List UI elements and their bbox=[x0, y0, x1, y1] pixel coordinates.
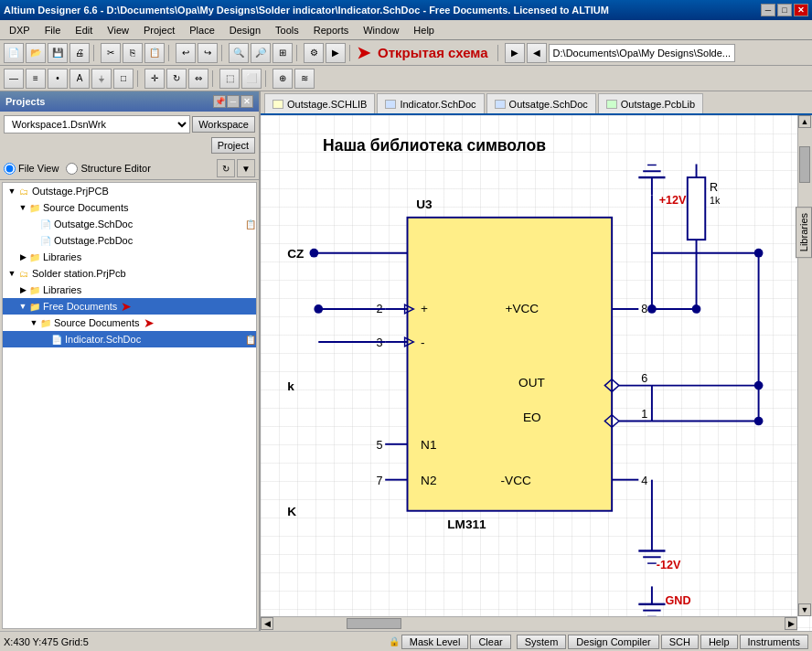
help-button[interactable]: Help bbox=[700, 635, 738, 649]
maximize-button[interactable]: □ bbox=[777, 4, 792, 16]
panel-min-button[interactable]: ─ bbox=[227, 95, 240, 108]
toolbar-rotate[interactable]: ↻ bbox=[166, 69, 187, 89]
toolbar-paste[interactable]: 📋 bbox=[144, 43, 165, 63]
pin1-num: 1 bbox=[641, 408, 647, 421]
toolbar-power[interactable]: ⏚ bbox=[91, 69, 112, 89]
tree-item-libraries-2[interactable]: ▶ 📁 Libraries bbox=[3, 282, 256, 298]
tab-outsatge-schdoc[interactable]: Outsatge.SchDoc bbox=[486, 93, 596, 113]
horizontal-scrollbar[interactable]: ◀ ▶ bbox=[261, 616, 797, 631]
sch-button[interactable]: SCH bbox=[661, 635, 699, 649]
tab-outstage-pcblib[interactable]: Outstage.PcbLib bbox=[598, 93, 703, 113]
panel-pin-button[interactable]: 📌 bbox=[213, 95, 226, 108]
toolbar-back[interactable]: ◀ bbox=[527, 43, 547, 63]
design-compiler-button[interactable]: Design Compiler bbox=[568, 635, 658, 649]
tab-icon-outsatge bbox=[495, 100, 506, 109]
tree-item-indicator-schdoc[interactable]: 📄 Indicator.SchDoc 📋 bbox=[3, 331, 256, 347]
toolbar-cut[interactable]: ✂ bbox=[101, 43, 121, 63]
toolbar-undo[interactable]: ↩ bbox=[176, 43, 196, 63]
toolbar-compile[interactable]: ⚙ bbox=[304, 43, 324, 63]
toolbar-junction[interactable]: • bbox=[48, 69, 68, 89]
toolbar-zoom-in[interactable]: 🔍 bbox=[229, 43, 249, 63]
file-view-option[interactable]: File View bbox=[4, 163, 59, 175]
project-button[interactable]: Project bbox=[211, 137, 255, 154]
schematic-canvas[interactable]: Наша библиотека символов CZ k K U3 bbox=[261, 115, 812, 631]
tree-item-source-docs-1[interactable]: ▼ 📁 Source Documents bbox=[3, 199, 256, 216]
expand-source-docs-2[interactable]: ▼ bbox=[28, 318, 39, 327]
scroll-right-btn[interactable]: ▶ bbox=[785, 617, 797, 630]
structure-editor-option[interactable]: Structure Editor bbox=[66, 163, 150, 175]
scroll-thumb-h[interactable] bbox=[347, 618, 401, 629]
tree-item-outstage-prjpcb[interactable]: ▼ 🗂 Outstage.PrjPCB bbox=[3, 183, 256, 199]
toolbar-fit[interactable]: ⊞ bbox=[272, 43, 293, 63]
view-refresh-button[interactable]: ↻ bbox=[217, 159, 235, 177]
toolbar-path-browse[interactable]: ▶ bbox=[505, 43, 525, 63]
toolbar-component[interactable]: □ bbox=[113, 69, 134, 89]
toolbar-bus[interactable]: ≡ bbox=[26, 69, 46, 89]
minimize-button[interactable]: ─ bbox=[761, 4, 775, 16]
toolbar-copy[interactable]: ⎘ bbox=[123, 43, 143, 63]
expand-source-docs-1[interactable]: ▼ bbox=[17, 203, 28, 212]
menu-help[interactable]: Help bbox=[406, 23, 442, 37]
menu-dxp[interactable]: DXP bbox=[2, 23, 37, 37]
toolbar-main: 📄 📂 💾 🖨 ✂ ⎘ 📋 ↩ ↪ 🔍 🔎 ⊞ ⚙ ▶ ➤ Открытая с… bbox=[0, 40, 812, 66]
toolbar-redo[interactable]: ↪ bbox=[198, 43, 218, 63]
menu-tools[interactable]: Tools bbox=[268, 23, 306, 37]
toolbar-schematic: — ≡ • A ⏚ □ ✛ ↻ ⇔ ⬚ ⬜ ⊕ ≋ bbox=[0, 66, 812, 91]
expand-solder[interactable]: ▼ bbox=[6, 269, 17, 278]
view-config-button[interactable]: ▼ bbox=[237, 159, 255, 177]
toolbar-open[interactable]: 📂 bbox=[26, 43, 46, 63]
toolbar-build[interactable]: ▶ bbox=[326, 43, 346, 63]
tree-item-outsatge-schdoc[interactable]: 📄 Outsatge.SchDoc 📋 bbox=[3, 216, 256, 232]
toolbar-deselect[interactable]: ⬜ bbox=[241, 69, 262, 89]
tree-item-free-docs[interactable]: ▼ 📁 Free Documents ➤ bbox=[3, 298, 256, 315]
scroll-up-btn[interactable]: ▲ bbox=[798, 115, 811, 128]
instruments-button[interactable]: Instruments bbox=[740, 635, 808, 649]
system-button[interactable]: System bbox=[517, 635, 567, 649]
tree-item-libraries-1[interactable]: ▶ 📁 Libraries bbox=[3, 249, 256, 265]
menu-window[interactable]: Window bbox=[356, 23, 406, 37]
workspace-dropdown[interactable]: Workspace1.DsnWrk bbox=[4, 115, 190, 133]
toolbar-print[interactable]: 🖨 bbox=[69, 43, 90, 63]
scroll-track-h bbox=[273, 617, 785, 631]
scroll-thumb-v[interactable] bbox=[799, 146, 810, 183]
tab-indicator-schdoc[interactable]: Indicator.SchDoc bbox=[377, 93, 484, 113]
expand-outstage[interactable]: ▼ bbox=[6, 187, 17, 196]
menu-bar: DXP File Edit View Project Place Design … bbox=[0, 20, 812, 40]
libraries-panel-tab[interactable]: Libraries bbox=[796, 207, 812, 258]
scroll-left-btn[interactable]: ◀ bbox=[261, 617, 273, 630]
vertical-scrollbar[interactable]: ▲ ▼ bbox=[797, 115, 812, 616]
structure-editor-radio[interactable] bbox=[66, 163, 78, 175]
toolbar-zoom-out[interactable]: 🔎 bbox=[251, 43, 271, 63]
toolbar-wire[interactable]: — bbox=[4, 69, 24, 89]
expand-libs-1[interactable]: ▶ bbox=[17, 252, 28, 261]
panel-close-button[interactable]: ✕ bbox=[240, 95, 253, 108]
menu-project[interactable]: Project bbox=[136, 23, 182, 37]
toolbar-save[interactable]: 💾 bbox=[48, 43, 68, 63]
toolbar-move[interactable]: ✛ bbox=[144, 69, 165, 89]
toolbar-new[interactable]: 📄 bbox=[4, 43, 24, 63]
mask-level-button[interactable]: Mask Level bbox=[401, 635, 469, 649]
close-button[interactable]: ✕ bbox=[794, 4, 808, 16]
tree-item-outstage-pcbdoc[interactable]: 📄 Outstage.PcbDoc bbox=[3, 232, 256, 249]
tab-outstage-schlib[interactable]: Outstage.SCHLIB bbox=[264, 93, 375, 113]
tree-item-solder-prjpcb[interactable]: ▼ 🗂 Solder station.PrjPcb bbox=[3, 265, 256, 282]
toolbar-cross-probe[interactable]: ⊕ bbox=[272, 69, 293, 89]
expand-libs-2[interactable]: ▶ bbox=[17, 285, 28, 294]
tree-item-source-docs-2[interactable]: ▼ 📁 Source Documents ➤ bbox=[3, 315, 256, 331]
status-right-area: 🔒 Mask Level Clear System Design Compile… bbox=[389, 635, 808, 649]
menu-view[interactable]: View bbox=[100, 23, 136, 37]
workspace-button[interactable]: Workspace bbox=[192, 116, 255, 133]
toolbar-netlist[interactable]: ≋ bbox=[294, 69, 315, 89]
expand-free-docs[interactable]: ▼ bbox=[17, 302, 28, 311]
toolbar-label[interactable]: A bbox=[69, 69, 90, 89]
menu-reports[interactable]: Reports bbox=[306, 23, 357, 37]
toolbar-flip[interactable]: ⇔ bbox=[188, 69, 208, 89]
toolbar-select[interactable]: ⬚ bbox=[219, 69, 240, 89]
file-view-radio[interactable] bbox=[4, 163, 16, 175]
menu-file[interactable]: File bbox=[37, 23, 69, 37]
menu-design[interactable]: Design bbox=[222, 23, 268, 37]
menu-place[interactable]: Place bbox=[182, 23, 222, 37]
scroll-down-btn[interactable]: ▼ bbox=[798, 603, 811, 616]
menu-edit[interactable]: Edit bbox=[68, 23, 100, 37]
clear-button[interactable]: Clear bbox=[470, 635, 510, 649]
